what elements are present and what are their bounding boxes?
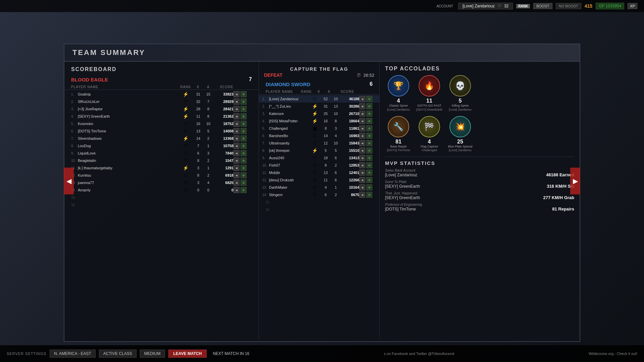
boost-button[interactable]: BOOST: [533, 3, 552, 9]
add-friend-button[interactable]: ✚: [240, 172, 247, 178]
add-friend-button[interactable]: ✚: [366, 177, 372, 183]
add-friend-button[interactable]: ✚: [366, 125, 372, 131]
panel-header: TEAM SUMMARY: [64, 44, 580, 62]
player-assists: 4: [331, 134, 341, 138]
accolades-title: TOP ACCOLADES: [385, 66, 574, 72]
accolade-count: 25: [457, 139, 463, 145]
player-rank: ▽: [178, 128, 193, 134]
mute-button[interactable]: ◀: [359, 177, 365, 183]
player-buttons: ◀ ✚: [359, 162, 376, 168]
mute-button[interactable]: ◀: [359, 184, 365, 190]
mute-button[interactable]: ◀: [233, 113, 239, 119]
player-score: 12401: [341, 171, 359, 175]
add-friend-button[interactable]: ✚: [240, 187, 247, 193]
add-friend-button[interactable]: ✚: [366, 133, 372, 139]
player-kills: 8: [321, 163, 331, 167]
panel-body: SCOREBOARD BLOOD EAGLE 7 PLAYER NAME RAN…: [64, 62, 580, 339]
mute-button[interactable]: ◀: [359, 111, 365, 117]
add-friend-button[interactable]: ✚: [240, 143, 247, 149]
player-score: 13413: [341, 156, 359, 160]
scoreboard-section: SCOREBOARD BLOOD EAGLE 7 PLAYER NAME RAN…: [64, 62, 259, 339]
mute-button[interactable]: ◀: [233, 106, 239, 112]
player-buttons: ◀ ✚: [359, 177, 376, 183]
accolade-label: Classic Spree: [389, 104, 408, 108]
mute-button[interactable]: ◀: [233, 165, 239, 171]
add-friend-button[interactable]: ✚: [240, 121, 247, 127]
mute-button[interactable]: ◀: [359, 96, 365, 102]
no-boost-button[interactable]: NO BOOST: [556, 3, 581, 9]
mute-button[interactable]: ◀: [359, 103, 365, 109]
mute-button[interactable]: ◀: [233, 187, 239, 193]
server-region[interactable]: N. AMERICA - EAST: [50, 350, 96, 358]
nav-arrow-left[interactable]: ◀: [64, 168, 74, 194]
table-row: 11. Mob|le ▽ 13 6 12401 ◀ ✚: [259, 169, 379, 176]
medium-button[interactable]: MEDIUM: [140, 350, 165, 358]
add-friend-button[interactable]: ✚: [240, 158, 247, 164]
mute-button[interactable]: ◀: [233, 128, 239, 134]
mute-button[interactable]: ◀: [233, 91, 239, 97]
table-row: 1. Goatnip ⚡ 31 15 33823 ◀ ✚: [64, 90, 259, 98]
mute-button[interactable]: ◀: [359, 125, 365, 131]
player-score: 6918: [213, 173, 233, 177]
add-friend-button[interactable]: ✚: [366, 103, 372, 109]
col-k-label: K: [193, 85, 203, 89]
mute-button[interactable]: ◀: [359, 170, 365, 176]
nav-arrow-right[interactable]: ▶: [570, 168, 580, 194]
col-btns-label: [233, 85, 252, 89]
table-row: 6. [DOTS] TimTome ▽ 13 5 14008 ◀ ✚: [64, 127, 259, 135]
add-friend-button[interactable]: ✚: [240, 135, 247, 141]
player-buttons: ◀ ✚: [233, 135, 252, 141]
player-buttons: ◀ ✚: [233, 99, 252, 105]
player-assists: 2: [331, 163, 341, 167]
accolade-medal: 🔥: [419, 75, 440, 97]
add-friend-button[interactable]: ✚: [366, 162, 372, 168]
player-assists: 2: [331, 193, 341, 197]
add-friend-button[interactable]: ✚: [366, 170, 372, 176]
add-friend-button[interactable]: ✚: [240, 106, 247, 112]
accolade-label: Flag Capture: [421, 145, 438, 149]
leave-match-button[interactable]: LEAVE MATCH: [168, 350, 207, 358]
col-a-label-r: A: [324, 90, 334, 94]
add-friend-button[interactable]: ✚: [240, 113, 247, 119]
mute-button[interactable]: ◀: [233, 172, 239, 178]
mute-button[interactable]: ◀: [233, 143, 239, 149]
player-buttons: ◀ ✚: [233, 128, 252, 134]
mute-button[interactable]: ◀: [233, 150, 239, 156]
mute-button[interactable]: ◀: [359, 133, 365, 139]
add-friend-button[interactable]: ✚: [240, 99, 247, 105]
table-row: 2. [^__^] ZuLieu ⚡ 31 13 30286 ◀ ✚: [259, 103, 379, 110]
add-friend-button[interactable]: ✚: [240, 180, 247, 186]
mute-button[interactable]: ◀: [233, 121, 239, 127]
add-friend-button[interactable]: ✚: [240, 128, 247, 134]
mute-button[interactable]: ◀: [359, 192, 365, 198]
row-number: 5.: [262, 127, 269, 130]
mute-button[interactable]: ◀: [359, 162, 365, 168]
column-headers-left: PLAYER NAME RANK K A SCORE: [64, 84, 259, 90]
mute-button[interactable]: ◀: [233, 135, 239, 141]
accolade-count: 11: [426, 98, 432, 104]
mute-button[interactable]: ◀: [359, 147, 365, 154]
add-friend-button[interactable]: ✚: [240, 150, 247, 156]
row-number: 7.: [71, 137, 78, 140]
mvp-stat-row: [Love] Zandariouz 46188 Earned: [385, 172, 574, 177]
mute-button[interactable]: ◀: [359, 140, 365, 146]
add-friend-button[interactable]: ✚: [240, 91, 247, 97]
mute-button[interactable]: ◀: [233, 99, 239, 105]
add-friend-button[interactable]: ✚: [366, 96, 372, 102]
player-name: Silvershadows: [78, 136, 178, 140]
mute-button[interactable]: ◀: [359, 118, 365, 124]
add-friend-button[interactable]: ✚: [366, 192, 372, 198]
active-class-button[interactable]: ACTIVE CLASS: [99, 350, 137, 358]
table-row: 1. [Love] Zandariouz ▽ 52 10 46188 ◀ ✚: [259, 95, 379, 103]
mute-button[interactable]: ◀: [233, 158, 239, 164]
mute-button[interactable]: ◀: [233, 180, 239, 186]
player-kills: 6: [193, 151, 203, 155]
mute-button[interactable]: ◀: [359, 155, 365, 161]
add-friend-button[interactable]: ✚: [366, 147, 372, 154]
add-friend-button[interactable]: ✚: [366, 118, 372, 124]
add-friend-button[interactable]: ✚: [366, 184, 372, 190]
add-friend-button[interactable]: ✚: [240, 165, 247, 171]
add-friend-button[interactable]: ✚: [366, 111, 372, 117]
add-friend-button[interactable]: ✚: [366, 140, 372, 146]
add-friend-button[interactable]: ✚: [366, 155, 372, 161]
